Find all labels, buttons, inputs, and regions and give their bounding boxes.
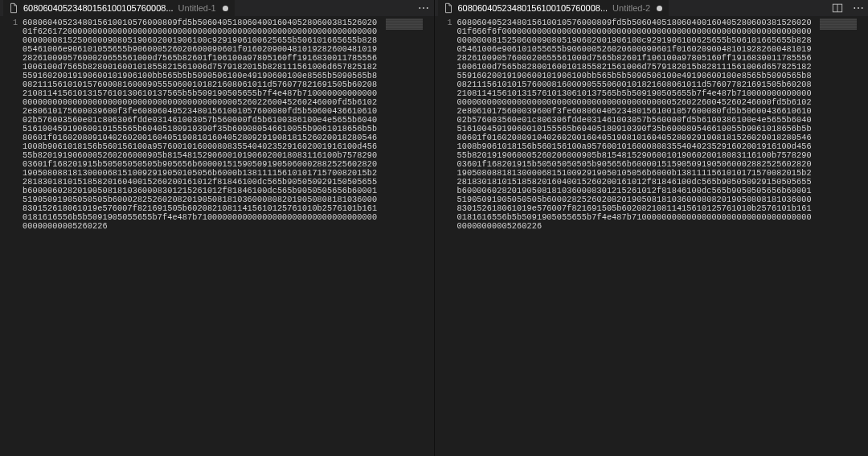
file-icon [443, 2, 454, 14]
modified-indicator-icon[interactable] [223, 6, 228, 11]
editor-text-content[interactable]: 6080604052348015610010576000809fd5b50604… [457, 16, 869, 456]
tab-untitled-2[interactable]: 60806040523480156100105760008... Untitle… [438, 0, 670, 16]
modified-indicator-icon[interactable] [657, 6, 662, 11]
minimap[interactable] [386, 18, 423, 30]
editor-pane-right: 60806040523480156100105760008... Untitle… [435, 0, 869, 456]
line-number: 1 [435, 18, 452, 27]
more-actions-button[interactable]: ⋯ [852, 2, 865, 14]
split-editor-icon[interactable] [831, 2, 844, 14]
tab-description: Untitled-1 [178, 3, 216, 13]
line-number-gutter: 1 [0, 16, 23, 456]
tab-title: 60806040523480156100105760008... [23, 3, 174, 13]
tab-description: Untitled-2 [612, 3, 650, 13]
tab-bar-left: 60806040523480156100105760008... Untitle… [0, 0, 434, 16]
file-icon [8, 2, 19, 14]
split-editor-container: 60806040523480156100105760008... Untitle… [0, 0, 868, 456]
more-actions-button[interactable]: ⋯ [418, 2, 431, 14]
tab-untitled-1[interactable]: 60806040523480156100105760008... Untitle… [3, 0, 235, 16]
tab-title: 60806040523480156100105760008... [458, 3, 608, 13]
tab-actions-left-pane: ⋯ [418, 2, 431, 14]
tab-bar-right: 60806040523480156100105760008... Untitle… [435, 0, 869, 16]
editor-pane-left: 60806040523480156100105760008... Untitle… [0, 0, 435, 456]
editor-area-right[interactable]: 1 6080604052348015610010576000809fd5b506… [435, 16, 869, 456]
vertical-scrollbar[interactable] [423, 16, 434, 456]
vertical-scrollbar[interactable] [857, 16, 868, 456]
editor-text-content[interactable]: 6080604052348015610010576000809fd5b50604… [23, 16, 434, 456]
minimap[interactable] [820, 18, 857, 30]
line-number: 1 [0, 18, 18, 27]
editor-area-left[interactable]: 1 6080604052348015610010576000809fd5b506… [0, 16, 434, 456]
tab-actions-right-pane: ⋯ [831, 2, 865, 14]
line-number-gutter: 1 [435, 16, 457, 456]
